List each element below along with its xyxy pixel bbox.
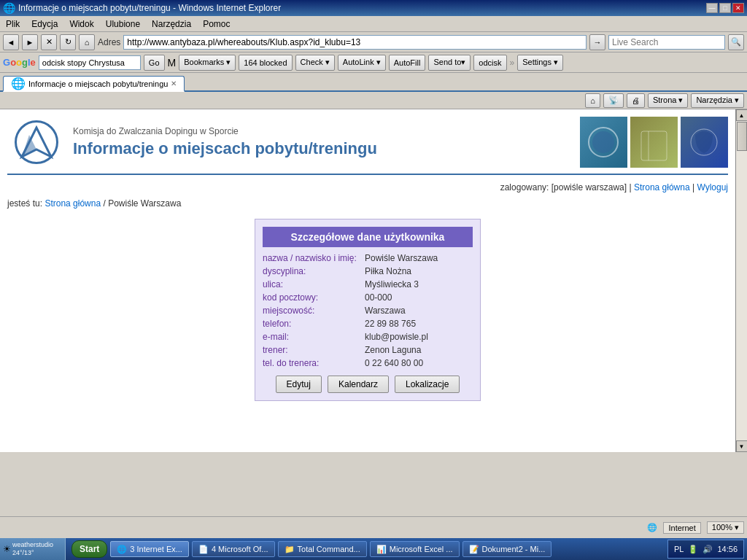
maximize-button[interactable]: □: [719, 3, 731, 13]
sendto-button[interactable]: Send to▾: [428, 55, 471, 71]
page-header: Komisja do Zwalczania Dopingu w Sporcie …: [7, 117, 728, 175]
stop-button[interactable]: ✕: [41, 34, 57, 50]
home-button[interactable]: ⌂: [79, 34, 95, 50]
bookmarks-button[interactable]: Bookmarks ▾: [179, 55, 236, 71]
google-toolbar: Google Go M Bookmarks ▾ 164 blocked Chec…: [0, 52, 747, 73]
titlebar-title: Informacje o miejscach pobytu/treningu -…: [18, 3, 281, 13]
detail-label-2: ulica:: [263, 279, 365, 289]
weather-widget: ☀ weatherstudio 24°/13°: [0, 538, 66, 560]
header-photo-1: [580, 117, 627, 168]
task-label-0: 3 Internet Ex...: [130, 545, 182, 553]
detail-label-6: e-mail:: [263, 332, 365, 342]
detail-label-7: trener:: [263, 345, 365, 355]
menu-view[interactable]: Widok: [66, 18, 96, 31]
home-page-button[interactable]: ⌂: [585, 93, 600, 108]
start-button[interactable]: Start: [71, 540, 107, 558]
menubar: Plik Edycja Widok Ulubione Narzędzia Pom…: [0, 16, 747, 32]
locations-button[interactable]: Lokalizacje: [395, 376, 460, 393]
search-button[interactable]: 🔍: [728, 34, 744, 50]
blocked-button[interactable]: 164 blocked: [239, 55, 292, 71]
task-icon-2: 📁: [285, 545, 295, 554]
breadcrumb: jesteś tu: Strona główna / Powiśle Warsz…: [7, 198, 728, 209]
user-info-bar: zalogowany: [powiśle warszawa] | Strona …: [7, 182, 728, 192]
autolink-button[interactable]: AutoLink ▾: [338, 55, 386, 71]
feeds-button[interactable]: 📡: [603, 93, 624, 108]
settings-button[interactable]: Settings ▾: [517, 55, 563, 71]
zoom-label[interactable]: 100% ▾: [707, 521, 744, 534]
scroll-down-button[interactable]: ▼: [736, 440, 748, 452]
address-input[interactable]: [123, 35, 587, 50]
taskbar-task-2[interactable]: 📁 Total Command...: [278, 541, 367, 557]
titlebar: 🌐 Informacje o miejscach pobytu/treningu…: [0, 0, 747, 16]
tab-close-button[interactable]: ✕: [171, 79, 177, 88]
menu-favorites[interactable]: Ulubione: [103, 18, 143, 31]
tools-page-button[interactable]: Narzędzia ▾: [691, 93, 744, 108]
detail-row-8: tel. do trenera: 0 22 640 80 00: [263, 358, 473, 368]
main-page-link[interactable]: Strona główna: [634, 182, 690, 192]
scroll-up-button[interactable]: ▲: [736, 109, 748, 121]
logo: [7, 117, 66, 168]
logout-link[interactable]: Wyloguj: [697, 182, 728, 192]
back-button[interactable]: ◄: [3, 34, 19, 50]
print-icon: 🖨: [632, 96, 640, 105]
breadcrumb-home-link[interactable]: Strona główna: [44, 198, 101, 209]
calendar-button[interactable]: Kalendarz: [328, 376, 389, 393]
tab-0[interactable]: 🌐 Informacje o miejscach pobytu/treningu…: [3, 76, 185, 92]
sport-photo-svg-3: [681, 117, 728, 168]
header-images: [580, 117, 728, 168]
detail-label-4: miejscowość:: [263, 306, 365, 316]
task-label-3: Microsoft Excel ...: [390, 545, 453, 553]
google-logo: Google: [3, 57, 36, 68]
search-input[interactable]: [608, 35, 725, 50]
scroll-thumb[interactable]: [737, 122, 747, 151]
statusbar: 🌐 Internet 100% ▾: [0, 516, 747, 538]
minimize-button[interactable]: —: [706, 3, 718, 13]
tab-label: Informacje o miejscach pobytu/treningu: [28, 79, 168, 88]
detail-label-1: dyscyplina:: [263, 266, 365, 276]
logged-in-label: zalogowany: [powiśle warszawa]: [500, 182, 627, 192]
titlebar-left: 🌐 Informacje o miejscach pobytu/treningu…: [3, 2, 281, 14]
feeds-icon: 📡: [608, 96, 619, 105]
menu-tools[interactable]: Narzędzia: [149, 18, 194, 31]
menu-help[interactable]: Pomoc: [200, 18, 233, 31]
taskbar: ☀ weatherstudio 24°/13° Start 🌐 3 Intern…: [0, 538, 747, 560]
google-go-button[interactable]: Go: [144, 55, 165, 71]
page-button[interactable]: Strona ▾: [648, 93, 688, 108]
menu-file[interactable]: Plik: [3, 18, 23, 31]
autofill-button[interactable]: AutoFill: [389, 55, 426, 71]
task-icon-4: 📝: [469, 545, 479, 554]
weather-text: weatherstudio 24°/13°: [12, 541, 53, 557]
google-search-input[interactable]: [39, 55, 141, 70]
taskbar-task-4[interactable]: 📝 Dokument2 - Mi...: [462, 541, 552, 557]
detail-row-6: e-mail: klub@powisle.pl: [263, 332, 473, 342]
clock: 14:56: [717, 545, 738, 553]
scroll-track[interactable]: [736, 121, 748, 440]
close-button[interactable]: ✕: [732, 3, 744, 13]
header-photo-3: [681, 117, 728, 168]
print-button[interactable]: 🖨: [627, 93, 645, 108]
taskbar-task-1[interactable]: 📄 4 Microsoft Of...: [192, 541, 275, 557]
menu-edit[interactable]: Edycja: [28, 18, 61, 31]
logo-svg: [18, 124, 55, 160]
page-toolbar: ⌂ 📡 🖨 Strona ▾ Narzędzia ▾: [0, 92, 747, 109]
taskbar-right: PL 🔋 🔊 14:56: [667, 540, 744, 559]
addressbar: ◄ ► ✕ ↻ ⌂ Adres → 🔍: [0, 32, 747, 52]
forward-button[interactable]: ►: [22, 34, 38, 50]
edit-button[interactable]: Edytuj: [276, 376, 322, 393]
taskbar-task-0[interactable]: 🌐 3 Internet Ex...: [110, 541, 189, 557]
go-button[interactable]: →: [589, 34, 605, 50]
action-buttons: Edytuj Kalendarz Lokalizacje: [263, 376, 473, 393]
breadcrumb-prefix: jesteś tu:: [7, 198, 42, 209]
detail-value-4: Warszawa: [365, 306, 406, 316]
refresh-button[interactable]: ↻: [60, 34, 76, 50]
taskbar-task-3[interactable]: 📊 Microsoft Excel ...: [370, 541, 460, 557]
detail-row-1: dyscyplina: Piłka Nożna: [263, 266, 473, 276]
detail-row-2: ulica: Myśliwiecka 3: [263, 279, 473, 289]
detail-value-0: Powiśle Warszawa: [365, 253, 438, 263]
zone-label: Internet: [663, 522, 700, 534]
check-button[interactable]: Check ▾: [295, 55, 335, 71]
task-label-2: Total Command...: [298, 545, 360, 553]
battery-icon: 🔋: [688, 545, 698, 554]
detail-value-3: 00-000: [365, 292, 392, 303]
odcisk-button[interactable]: odcisk: [473, 55, 506, 71]
